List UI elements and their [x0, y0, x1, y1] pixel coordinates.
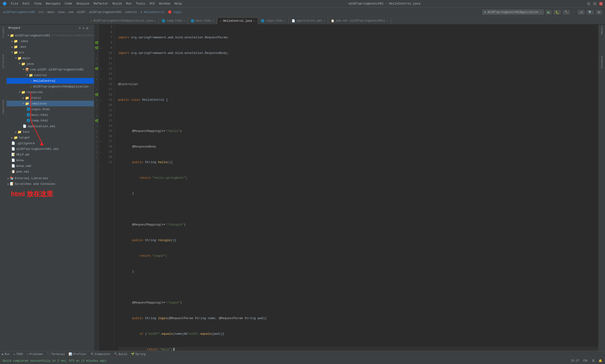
- tree-item-idea[interactable]: ▶ 📁 .idea: [7, 38, 94, 44]
- tree-item-templates[interactable]: ▼ 📁 templates: [7, 101, 94, 106]
- breadcrumb-sep1: ›: [36, 11, 38, 14]
- maximize-button[interactable]: □: [593, 2, 596, 5]
- maven-label[interactable]: Maven: [601, 26, 603, 34]
- project-label[interactable]: Project: [2, 26, 5, 37]
- menu-code[interactable]: Code: [65, 2, 72, 5]
- tab-temp-close[interactable]: ✕: [183, 19, 185, 22]
- tab-application-close[interactable]: ✕: [154, 19, 156, 22]
- menu-edit[interactable]: Edit: [23, 2, 30, 5]
- tree-item-main-html[interactable]: 🌐 main.html: [7, 112, 94, 118]
- build-tool-item[interactable]: 🔨 Build: [114, 352, 127, 356]
- tree-item-java[interactable]: ▼ 📁 java: [7, 61, 94, 67]
- tab-pom-xml[interactable]: 📋 pom.xml (a1207springbootch01) ✕: [328, 17, 391, 24]
- code-area[interactable]: 🌿 🌿 ⬦ ⬦ 🌿 ⬦ ⬦ ⬦ 🌿 ⬦ ⬦ ⬦ 🌿 ⬦ ⬦ ⬦ ⬦: [94, 25, 598, 351]
- sidebar-close-icon[interactable]: ─: [90, 26, 92, 30]
- terminal-tool-item[interactable]: ⬛ Terminal: [47, 352, 65, 356]
- tree-item-resources[interactable]: ▼ 📁 resources: [7, 89, 94, 95]
- tree-item-help[interactable]: 📝 HELP.md: [7, 152, 94, 157]
- terminal-tool-icon: ⬛: [47, 352, 50, 356]
- sidebar-expand-icon[interactable]: ⊞: [79, 26, 81, 30]
- tab-hellocontrol-close[interactable]: ✕: [254, 20, 255, 23]
- tree-item-iml[interactable]: 📄 a1207springbootch01.iml: [7, 146, 94, 152]
- language-indicator: 英: [592, 359, 595, 363]
- code-line-21: [118, 285, 598, 290]
- tree-item-pom-xml[interactable]: 📋 pom.xml: [7, 169, 94, 174]
- tree-item-mvnw[interactable]: 📄 mvnw: [7, 157, 94, 163]
- tree-item-hellocontrol[interactable]: ☕ HelloControl: [7, 78, 94, 84]
- favorites-label[interactable]: Favorites: [2, 100, 5, 114]
- menu-view[interactable]: View: [34, 2, 41, 5]
- tab-pom-xml-label: pom.xml (a1207springbootch01): [336, 19, 385, 23]
- menu-file[interactable]: File: [11, 2, 18, 5]
- menu-help[interactable]: Help: [174, 2, 182, 5]
- tab-login-html-label: login.html: [266, 19, 283, 23]
- endpoints-tool-item[interactable]: 🔌 Endpoints: [90, 352, 110, 356]
- tree-item-project[interactable]: ▼ 📁 a1207springbootch01 D:\JavaEnterpris…: [7, 33, 94, 38]
- structure-label[interactable]: Structure: [2, 54, 5, 68]
- code-line-10: [118, 113, 598, 118]
- sidebar-settings-icon[interactable]: ⚙: [83, 26, 85, 30]
- build-tool-label: Build: [119, 353, 127, 356]
- tab-main-html[interactable]: 🌐 main.html ✕: [188, 17, 217, 24]
- profiler-tool-item[interactable]: 📊 Profiler: [68, 352, 87, 356]
- profiler-tool-icon: 📊: [68, 352, 72, 356]
- tab-application[interactable]: ☕ A1207springbootch01Application.java ✕: [88, 17, 159, 24]
- close-button[interactable]: ✕: [599, 2, 603, 5]
- menu-build[interactable]: Build: [113, 2, 122, 5]
- tree-item-control[interactable]: ▼ 📁 control: [7, 72, 94, 78]
- tree-item-main[interactable]: ▼ 📁 main: [7, 55, 94, 61]
- menu-refactor[interactable]: Refactor: [94, 2, 108, 5]
- build-button[interactable]: 🔨: [563, 10, 570, 15]
- tree-item-src[interactable]: ▼ 📁 src: [7, 50, 94, 55]
- tree-item-test[interactable]: ▶ 📁 test: [7, 129, 94, 135]
- window-controls: ─ □ ✕: [587, 2, 603, 5]
- problems-tool-label: Problems: [29, 353, 43, 356]
- tree-item-application[interactable]: ☕ A1207springbootch01Application: [7, 84, 94, 89]
- tree-item-package[interactable]: ▼ 📦 com.a1207.a1207springbootch01: [7, 67, 94, 72]
- tab-main-html-close[interactable]: ✕: [212, 19, 214, 22]
- tab-hellocontrol[interactable]: ☕ HelloControl.java ✕: [217, 17, 258, 24]
- spring-tool-item[interactable]: 🌱 Spring: [131, 352, 146, 356]
- run-tool-item[interactable]: ▶ Run: [2, 352, 10, 356]
- code-line-5: import org.springframework.web.bind.anno…: [118, 35, 598, 40]
- run-config-selector[interactable]: ▶ A1207springbootch01Application ▾: [482, 10, 544, 15]
- tree-item-static[interactable]: ▶ 📁 static: [7, 95, 94, 101]
- menu-window[interactable]: Window: [159, 2, 170, 5]
- search-button[interactable]: 🔍: [587, 10, 594, 15]
- tab-temp-label: temp.html: [167, 19, 182, 23]
- tab-application-yml[interactable]: 📄 application.yml ✕: [289, 17, 328, 24]
- breadcrumb-sep4: ›: [66, 11, 67, 14]
- git-button[interactable]: ⎇: [578, 10, 585, 15]
- tree-item-scratches[interactable]: ▶ 📝 Scratches and Consoles: [7, 181, 94, 187]
- status-bar: Build completed successfully in 2 sec, 6…: [0, 357, 605, 364]
- tree-item-target[interactable]: ▶ 📁 target: [7, 135, 94, 140]
- minimize-button[interactable]: ─: [587, 2, 590, 5]
- tree-item-application-yml[interactable]: 📄 application.yml: [7, 123, 94, 129]
- tree-item-external-libraries[interactable]: ▶ 📚 External Libraries: [7, 175, 94, 181]
- code-line-7: [118, 66, 598, 71]
- debug-button[interactable]: 🐛: [554, 10, 561, 15]
- tree-item-login-html[interactable]: 🌐 login.html: [7, 106, 94, 112]
- tree-item-mvn[interactable]: ▶ 📁 .mvn: [7, 44, 94, 50]
- tree-item-mvnw-cmd[interactable]: 📄 mvnw.cmd: [7, 163, 94, 169]
- todo-tool-item[interactable]: ☑ TODO: [13, 352, 23, 356]
- tab-pom-xml-close[interactable]: ✕: [387, 19, 388, 22]
- tree-item-temp-html[interactable]: 🌐 temp.html: [7, 118, 94, 123]
- problems-tool-item[interactable]: ⚠ Problems: [27, 352, 43, 356]
- menu-navigate[interactable]: Navigate: [46, 2, 61, 5]
- tab-temp[interactable]: 🌐 temp.html ✕: [159, 17, 188, 24]
- left-sidebar-icons: Project Structure Favorites: [0, 25, 7, 351]
- run-button[interactable]: ▶: [546, 10, 552, 15]
- tab-login-html-close[interactable]: ✕: [284, 19, 286, 22]
- tree-item-gitignore[interactable]: 📄 .gitignore: [7, 140, 94, 146]
- sidebar-layout-icon[interactable]: ▤: [86, 26, 88, 30]
- tab-application-yml-close[interactable]: ✕: [323, 19, 325, 22]
- code-content[interactable]: import org.springframework.web.bind.anno…: [114, 25, 598, 351]
- menu-tools[interactable]: Tools: [136, 2, 145, 5]
- database-label[interactable]: Database: [601, 56, 603, 68]
- settings-button[interactable]: ⚙: [596, 10, 602, 15]
- menu-vcs[interactable]: VCS: [149, 2, 155, 5]
- menu-run[interactable]: Run: [126, 2, 131, 5]
- menu-analyze[interactable]: Analyze: [76, 2, 89, 5]
- tab-login-html[interactable]: 🌐 login.html ✕: [258, 17, 289, 24]
